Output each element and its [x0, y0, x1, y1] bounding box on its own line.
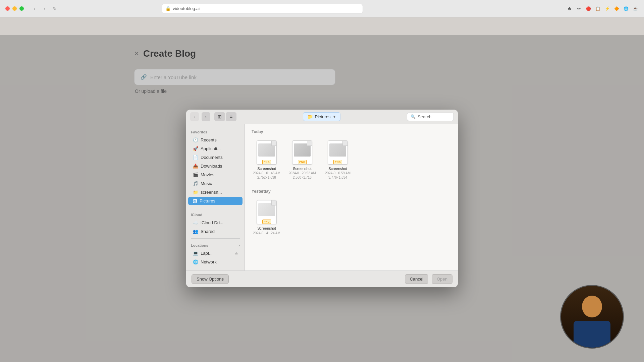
today-label: Today — [252, 129, 451, 134]
file-meta-3a: 2024-0...0.59 AM — [325, 171, 351, 175]
file-icon-4: PNG — [255, 200, 278, 224]
sidebar-label-network: Network — [201, 259, 217, 264]
extension-icon-3[interactable]: 🔴 — [585, 5, 592, 12]
sidebar-item-network[interactable]: 🌐 Network — [188, 258, 243, 266]
extension-icon-1[interactable]: ⊕ — [566, 5, 573, 12]
sidebar-label-documents: Documents — [201, 155, 223, 160]
file-dialog: ‹ › ⊞ ≡ 📁 Pictures ▼ 🔍 — [186, 110, 458, 287]
folder-icon: 📁 — [307, 114, 313, 119]
browser-chrome: ‹ › ↻ 🔒 videotoblog.ai ⊕ ✏ 🔴 📋 ⚡ 🔶 🌐 ☕ — [0, 0, 644, 17]
file-meta-3b: 3,776×1,634 — [328, 175, 347, 180]
sidebar-item-screenshots[interactable]: 📁 screensh... — [188, 188, 243, 196]
dialog-footer: Show Options Cancel Open — [186, 270, 458, 287]
yesterday-label: Yesterday — [252, 189, 451, 194]
locations-section-title: Locations › — [186, 241, 245, 249]
location-picker[interactable]: 📁 Pictures ▼ — [239, 112, 404, 121]
search-box[interactable]: 🔍 — [407, 113, 454, 121]
laptop-icon: 💻 — [193, 251, 198, 256]
file-name-1: Screenshot — [257, 166, 276, 171]
sidebar-divider-2 — [191, 238, 240, 239]
address-bar[interactable]: 🔒 videotoblog.ai — [162, 4, 363, 14]
file-item-3[interactable]: PNG Screenshot 2024-0...0.59 AM 3,776×1,… — [323, 138, 353, 182]
extension-icon-8[interactable]: ☕ — [632, 5, 639, 12]
forward-button[interactable]: › — [41, 5, 49, 13]
chevron-down-icon: ▼ — [333, 115, 336, 119]
file-meta-1b: 2,752×1,638 — [257, 175, 276, 180]
file-meta-1a: 2024-0...01.45 AM — [253, 171, 280, 175]
extension-icon-5[interactable]: ⚡ — [604, 5, 610, 12]
sidebar-label-laptop: Lapt... — [201, 251, 213, 256]
file-name-3: Screenshot — [328, 166, 347, 171]
minimize-button[interactable] — [12, 6, 17, 11]
sidebar-item-documents[interactable]: 📄 Documents — [188, 153, 243, 162]
sidebar-item-icloud-drive[interactable]: ☁️ iCloud Dri... — [188, 219, 243, 227]
dialog-body: Favorites 🕐 Recents 🚀 Applicati... 📄 Doc… — [186, 124, 458, 270]
sidebar-item-music[interactable]: 🎵 Music — [188, 179, 243, 188]
dialog-toolbar: ‹ › ⊞ ≡ 📁 Pictures ▼ 🔍 — [186, 110, 458, 124]
locations-expand-icon[interactable]: › — [238, 243, 240, 247]
favorites-section-title: Favorites — [186, 128, 245, 135]
search-input[interactable] — [418, 114, 450, 119]
file-item-1[interactable]: PNG Screenshot 2024-0...01.45 AM 2,752×1… — [252, 138, 282, 182]
person-silhouette — [570, 294, 614, 348]
documents-icon: 📄 — [193, 155, 198, 160]
file-icon-3: PNG — [326, 141, 350, 164]
screenshots-icon: 📁 — [193, 190, 198, 195]
sidebar-label-recents: Recents — [201, 137, 217, 142]
footer-actions: Cancel Open — [405, 274, 452, 284]
dialog-overlay: ‹ › ⊞ ≡ 📁 Pictures ▼ 🔍 — [0, 35, 644, 362]
back-button[interactable]: ‹ — [31, 5, 39, 13]
file-meta-2b: 2,560×1,716 — [293, 175, 312, 180]
list-view-button[interactable]: ≡ — [226, 112, 236, 121]
file-name-2: Screenshot — [293, 166, 312, 171]
dialog-sidebar: Favorites 🕐 Recents 🚀 Applicati... 📄 Doc… — [186, 124, 245, 270]
file-icon-2: PNG — [290, 141, 314, 164]
extension-icon-4[interactable]: 📋 — [594, 5, 601, 12]
refresh-button[interactable]: ↻ — [51, 5, 59, 13]
lock-icon: 🔒 — [165, 6, 171, 11]
sidebar-label-music: Music — [201, 181, 212, 186]
eject-icon: ⏏ — [235, 251, 238, 255]
file-meta-4a: 2024-0...41.24 AM — [253, 231, 280, 235]
view-toggle: ⊞ ≡ — [214, 112, 236, 121]
dialog-files: Today PNG Screenshot 2024-0...01.45 AM — [245, 124, 458, 270]
sidebar-label-pictures: Pictures — [200, 198, 215, 203]
extension-icon-6[interactable]: 🔶 — [613, 5, 620, 12]
extension-icon-2[interactable]: ✏ — [576, 5, 582, 12]
sidebar-item-shared[interactable]: 👥 Shared — [188, 227, 243, 236]
browser-toolbar: ⊕ ✏ 🔴 📋 ⚡ 🔶 🌐 ☕ — [566, 5, 639, 12]
webcam-overlay — [560, 285, 624, 349]
open-button[interactable]: Open — [432, 274, 452, 284]
webcam-person — [561, 286, 623, 348]
location-badge[interactable]: 📁 Pictures ▼ — [303, 112, 341, 121]
icloud-section-title: iCloud — [186, 211, 245, 218]
show-options-button[interactable]: Show Options — [192, 274, 229, 284]
person-head — [582, 296, 602, 317]
file-item-4[interactable]: PNG Screenshot 2024-0...41.24 AM — [252, 198, 282, 238]
location-name: Pictures — [315, 114, 331, 119]
search-icon: 🔍 — [411, 114, 416, 119]
sidebar-item-laptop[interactable]: 💻 Lapt... ⏏ — [188, 249, 243, 257]
today-files-grid: PNG Screenshot 2024-0...01.45 AM 2,752×1… — [252, 138, 451, 182]
extension-icon-7[interactable]: 🌐 — [623, 5, 629, 12]
cancel-button[interactable]: Cancel — [405, 274, 428, 284]
sidebar-label-screenshots: screensh... — [201, 190, 222, 195]
sidebar-item-recents[interactable]: 🕐 Recents — [188, 136, 243, 144]
sidebar-item-movies[interactable]: 🎬 Movies — [188, 171, 243, 179]
sidebar-label-movies: Movies — [201, 172, 214, 177]
grid-view-button[interactable]: ⊞ — [214, 112, 225, 121]
icloud-drive-icon: ☁️ — [193, 220, 198, 225]
music-icon: 🎵 — [193, 181, 198, 186]
close-button[interactable] — [5, 6, 10, 11]
file-item-2[interactable]: PNG Screenshot 2024-0...20.52 AM 2,560×1… — [287, 138, 317, 182]
sidebar-item-downloads[interactable]: 📥 Downloads — [188, 162, 243, 170]
downloads-icon: 📥 — [193, 164, 198, 169]
movies-icon: 🎬 — [193, 172, 198, 177]
sidebar-item-pictures[interactable]: 🖼 Pictures — [188, 197, 243, 205]
shared-icon: 👥 — [193, 229, 198, 234]
dialog-forward-button[interactable]: › — [202, 112, 210, 121]
maximize-button[interactable] — [19, 6, 24, 11]
dialog-back-button[interactable]: ‹ — [190, 112, 199, 121]
recents-icon: 🕐 — [193, 137, 198, 142]
sidebar-item-applications[interactable]: 🚀 Applicati... — [188, 144, 243, 153]
